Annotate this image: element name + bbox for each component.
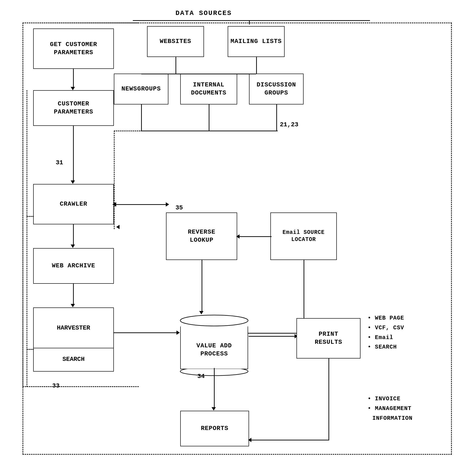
line-h-main <box>141 131 277 131</box>
harvester-label: HARVESTER <box>34 308 113 348</box>
internal-docs-box: INTERNAL DOCUMENTS <box>180 73 237 105</box>
arrowhead-archive-to-harvester <box>71 304 75 307</box>
arrow-vap-to-reports <box>214 368 215 408</box>
print-results-box: PRINT RESULTS <box>296 318 360 359</box>
arrow-vap-to-print <box>249 336 296 337</box>
junction-left2 <box>141 131 141 131</box>
arrowhead-crawler-to-archive <box>71 245 75 248</box>
dashed-h-to-left <box>114 131 142 131</box>
arrow-rl-to-vap <box>202 260 202 312</box>
line-mailing-down <box>256 57 257 73</box>
arrowhead-esl-to-rl <box>236 234 239 239</box>
arrow-esl-to-rl <box>237 236 272 237</box>
arrow-print-down <box>328 359 329 440</box>
line-h-branch-right <box>209 73 256 74</box>
arrow-crawler-to-archive <box>73 224 74 246</box>
diagram-container: DATA SOURCES WEBSITES MAILING LISTS NEWS… <box>10 10 465 463</box>
print-results-bullets: • WEB PAGE • VCF, CSV • Email • SEARCH <box>368 313 404 352</box>
arrowhead-print-to-reports <box>248 438 251 442</box>
mailing-lists-box: MAILING LISTS <box>228 26 285 57</box>
line-newsgroups-down <box>141 105 142 131</box>
line-discussion-down <box>276 105 277 131</box>
newsgroups-box: NEWSGROUPS <box>114 73 168 105</box>
line-internal-down <box>209 105 209 131</box>
arrowhead-vap-to-reports <box>212 407 216 411</box>
harvester-search-box: HARVESTER SEARCH <box>33 308 114 372</box>
arrow-harvester-to-vap <box>114 332 178 333</box>
arrowhead-customer-to-crawler <box>71 181 75 184</box>
label-21-23: 21,23 <box>280 121 298 128</box>
label-35: 35 <box>175 204 183 211</box>
arrowhead-get-to-customer <box>71 87 75 90</box>
get-customer-params-box: GET CUSTOMER PARAMETERS <box>33 29 114 69</box>
line-websites-down <box>175 57 176 73</box>
reports-bullets: • INVOICE • MANAGEMENT INFORMATION <box>368 394 412 423</box>
arrowhead-sources-to-rl <box>166 202 169 207</box>
label-31: 31 <box>56 159 63 166</box>
arrow-customer-to-crawler <box>73 126 74 182</box>
svg-point-0 <box>180 315 248 326</box>
websites-box: WEBSITES <box>147 26 204 57</box>
arrow-get-to-customer <box>73 69 74 88</box>
arrowhead-rl-to-vap <box>199 311 204 314</box>
label-34: 34 <box>197 373 205 380</box>
reverse-lookup-box: REVERSE LOOKUP <box>166 213 237 260</box>
cylinder-top-ellipse <box>180 315 249 327</box>
value-add-cylinder: VALUE ADD PROCESS <box>180 315 249 376</box>
email-source-locator-box: Email SOURCE LOCATOR <box>270 213 337 260</box>
left-dashed-bottom <box>22 386 139 387</box>
junction-right <box>277 131 278 131</box>
crawler-box: CRAWLER <box>33 184 114 224</box>
label-33: 33 <box>52 382 60 389</box>
arrowhead-harvester-to-vap <box>176 330 180 335</box>
arrowhead-to-crawler <box>116 225 119 229</box>
data-sources-label: DATA SOURCES <box>175 10 232 17</box>
line-h-branch-left <box>141 73 209 74</box>
dashed-v-sources-to-crawler <box>114 131 115 229</box>
discussion-groups-box: DISCUSSION GROUPS <box>249 73 304 105</box>
arrow-sources-to-rl <box>114 204 167 205</box>
reports-box: REPORTS <box>180 411 249 446</box>
search-label: SEARCH <box>34 347 113 371</box>
arrow-print-to-reports-h <box>249 440 329 440</box>
web-archive-box: WEB ARCHIVE <box>33 248 114 284</box>
customer-params-box: CUSTOMER PARAMETERS <box>33 90 114 126</box>
left-feedback-line <box>27 90 27 387</box>
arrow-archive-to-harvester <box>73 284 74 305</box>
ds-bracket <box>133 20 370 21</box>
